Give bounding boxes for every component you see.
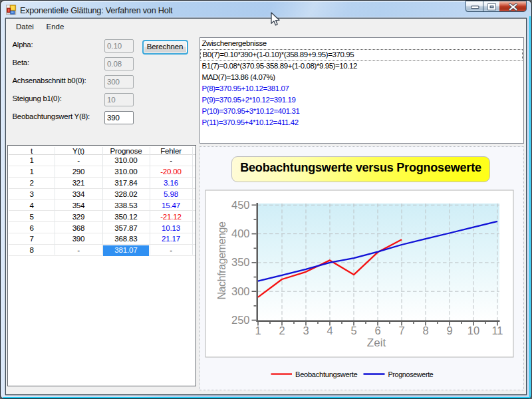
svg-text:3: 3 (303, 325, 309, 336)
svg-text:300: 300 (231, 285, 250, 297)
svg-text:5: 5 (350, 325, 356, 336)
svg-text:Nachfragemenge: Nachfragemenge (216, 221, 227, 300)
svg-text:350: 350 (231, 256, 250, 268)
svg-text:250: 250 (231, 314, 250, 326)
svg-text:2: 2 (279, 325, 285, 336)
svg-text:10: 10 (467, 325, 479, 336)
svg-text:9: 9 (446, 325, 452, 336)
svg-text:Prognosewerte: Prognosewerte (388, 370, 434, 378)
svg-text:11: 11 (491, 325, 503, 336)
svg-text:4: 4 (327, 325, 332, 336)
svg-text:Beobachtungswerte: Beobachtungswerte (295, 370, 358, 378)
svg-text:Zeit: Zeit (367, 336, 386, 349)
svg-text:7: 7 (398, 325, 404, 336)
svg-text:8: 8 (422, 325, 428, 336)
svg-text:400: 400 (231, 227, 250, 239)
svg-text:6: 6 (374, 325, 380, 336)
svg-text:450: 450 (231, 199, 250, 211)
svg-text:1: 1 (255, 325, 261, 336)
